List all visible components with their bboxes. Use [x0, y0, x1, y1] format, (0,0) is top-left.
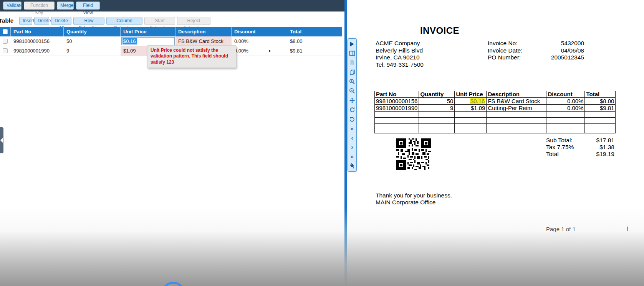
invoice-meta-values: 5432000 04/06/08 2005012345	[536, 40, 584, 61]
cell-discount[interactable]: 0.00%	[232, 46, 287, 56]
company-block: ACME Company Belverly Hills Blvd Irvine,…	[376, 40, 424, 68]
loading-arc	[161, 282, 185, 286]
total-value: $19.19	[576, 151, 614, 158]
connect-icon[interactable]	[349, 163, 356, 169]
annotation-dot	[269, 50, 270, 52]
invoice-date-label: Invoice Date:	[488, 47, 522, 54]
invoice-empty-row	[375, 118, 616, 124]
select-all-checkbox[interactable]	[3, 29, 8, 34]
split-view-icon[interactable]	[349, 50, 356, 57]
row-extraction-button[interactable]: Row Extraction	[73, 17, 104, 25]
cell-total[interactable]: $9.81	[287, 46, 342, 56]
row-checkbox[interactable]	[3, 39, 8, 44]
insert-button[interactable]: Insert	[19, 17, 32, 25]
pan-icon[interactable]	[349, 97, 356, 104]
last-page-icon[interactable]: »	[349, 153, 356, 160]
cell-total[interactable]: $8.00	[287, 36, 342, 46]
unit-price-input[interactable]: $0.16	[121, 37, 175, 45]
next-page-icon[interactable]: ›	[349, 144, 356, 151]
merge-button[interactable]: Merge	[57, 2, 74, 10]
grid-header-unit-price[interactable]: Unit Price	[121, 27, 175, 36]
tax-label: Tax 7.75%	[546, 144, 574, 151]
validation-error-tooltip: Unit Price could not satisfy the validat…	[147, 45, 236, 68]
first-page-icon[interactable]: «	[349, 125, 356, 132]
cell-part-no[interactable]: 9981000001990	[11, 46, 64, 56]
invoice-empty-row	[375, 112, 616, 118]
zoom-in-icon[interactable]	[349, 78, 356, 85]
grid-header-discount[interactable]: Discount	[232, 27, 287, 36]
delete-icon	[349, 59, 356, 66]
cell-quantity[interactable]: 50	[64, 36, 121, 46]
inv-cell: 9	[419, 105, 455, 112]
collapse-arrow-icon	[0, 138, 3, 143]
tax-value: $1.38	[576, 144, 614, 151]
play-icon[interactable]	[349, 41, 356, 48]
tooltip-line: Unit Price could not satisfy the	[151, 48, 233, 53]
qr-code	[396, 138, 431, 170]
inv-col-total: Total	[585, 91, 616, 98]
zoom-out-icon[interactable]	[349, 87, 356, 94]
invoice-meta-labels: Invoice No: Invoice Date: PO Number:	[488, 40, 522, 61]
panel-collapse-handle[interactable]	[0, 127, 3, 153]
invoice-row: 9981000001990 9 $1.09 Cutting-Per Reim 0…	[375, 105, 616, 112]
reject-extraction-button: Reject Extraction	[177, 17, 210, 25]
grid-select-all-cell	[0, 27, 11, 36]
inv-cell: $8.00	[585, 98, 616, 105]
inv-cell-highlighted[interactable]: $0.16	[455, 98, 487, 105]
column-extraction-button[interactable]: Column Extraction	[106, 17, 142, 25]
validate-button[interactable]: Validate	[3, 2, 22, 10]
field-view-button[interactable]: Field View	[76, 2, 100, 10]
start-extraction-button: Start Extraction	[144, 17, 175, 25]
invoice-row: 9981000000156 50 $0.16 FS B&W Card Stock…	[375, 98, 616, 105]
top-toolbar: Validate Function Key Merge Field View	[0, 0, 344, 12]
invoice-no-value: 5432000	[536, 40, 584, 47]
viewer-toolbar: « ‹ › »	[348, 38, 357, 172]
company-phone: Tel: 949-331-7500	[376, 61, 424, 69]
company-name: ACME Company	[376, 40, 424, 47]
highlighted-field: $0.16	[470, 98, 485, 104]
invoice-title: INVOICE	[417, 25, 463, 36]
grid-header-quantity[interactable]: Quantity	[64, 27, 121, 36]
tooltip-line: validation pattern. This field should	[151, 53, 233, 59]
invoice-date-value: 04/06/08	[536, 47, 584, 54]
rotate-clockwise-icon[interactable]	[349, 106, 356, 113]
inv-cell: $1.09	[455, 105, 487, 112]
table-panel-title: Table	[0, 17, 13, 24]
invoice-line-items-table: Part No Quantity Unit Price Description …	[374, 91, 616, 133]
selected-text: $0.16	[123, 38, 137, 44]
inv-cell: 0.00%	[546, 105, 585, 112]
inv-col-quantity: Quantity	[419, 91, 455, 98]
grid-header-total[interactable]: Total	[287, 27, 342, 36]
inv-cell: 9981000000156	[375, 98, 419, 105]
delete-button[interactable]: Delete	[34, 17, 49, 25]
inv-cell: 0.00%	[546, 98, 585, 105]
po-number-label: PO Number:	[488, 54, 522, 61]
company-address-line: Belverly Hills Blvd	[376, 47, 424, 54]
invoice-no-label: Invoice No:	[488, 40, 522, 47]
copy-pages-icon[interactable]	[349, 69, 356, 76]
grid-header-description[interactable]: Description	[175, 27, 232, 36]
company-address-line: Irvine, CA 90210	[376, 54, 424, 61]
grid-header-part-no[interactable]: Part No	[11, 27, 64, 36]
panel-divider[interactable]	[344, 0, 347, 286]
inv-col-part-no: Part No	[375, 91, 419, 98]
inv-cell: Cutting-Per Reim	[487, 105, 546, 112]
footer-thanks: Thank you for your business.	[376, 192, 452, 199]
inv-cell: $9.81	[585, 105, 616, 112]
inv-cell: 50	[419, 98, 455, 105]
delete-all-button[interactable]: Delete All	[51, 17, 71, 25]
cell-quantity[interactable]: 9	[64, 46, 121, 56]
cell-discount[interactable]: 0.00%	[232, 36, 287, 46]
cell-part-no[interactable]: 9981000000156	[11, 36, 64, 46]
function-key-button: Function Key	[24, 2, 55, 10]
page-number-label: Page 1 of 1	[546, 226, 576, 232]
row-checkbox[interactable]	[3, 48, 8, 53]
inv-cell: FS B&W Card Stock	[487, 98, 546, 105]
invoice-document[interactable]: INVOICE ACME Company Belverly Hills Blvd…	[347, 0, 644, 286]
tooltip-line: satisfy 123	[151, 59, 233, 65]
cell-description[interactable]: FS B&W Card Stock	[175, 36, 232, 46]
rotate-counterclockwise-icon[interactable]	[349, 116, 356, 123]
footer-office: MAIN Corporate Office	[376, 199, 436, 206]
previous-page-icon[interactable]: ‹	[349, 135, 356, 141]
inv-col-unit-price: Unit Price	[455, 91, 487, 98]
